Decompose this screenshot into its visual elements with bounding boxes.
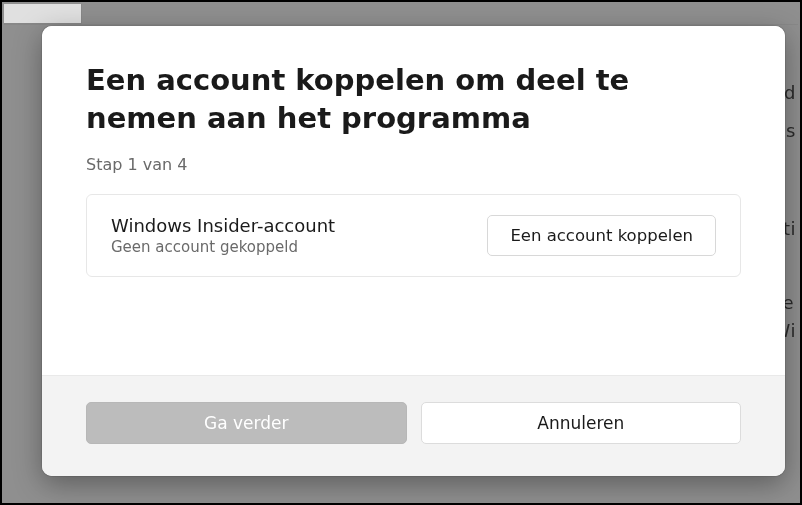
link-account-button[interactable]: Een account koppelen [487, 215, 716, 256]
cancel-button[interactable]: Annuleren [421, 402, 742, 444]
dialog-footer: Ga verder Annuleren [42, 375, 785, 476]
continue-button[interactable]: Ga verder [86, 402, 407, 444]
account-status: Geen account gekoppeld [111, 238, 335, 256]
background-tab [4, 4, 82, 24]
step-indicator: Stap 1 van 4 [86, 155, 741, 174]
dialog-title: Een account koppelen om deel te nemen aa… [86, 62, 741, 137]
account-label: Windows Insider-account [111, 215, 335, 236]
dialog-body: Een account koppelen om deel te nemen aa… [42, 26, 785, 375]
link-account-dialog: Een account koppelen om deel te nemen aa… [42, 26, 785, 476]
background-divider [4, 24, 798, 25]
account-card: Windows Insider-account Geen account gek… [86, 194, 741, 277]
account-info: Windows Insider-account Geen account gek… [111, 215, 335, 256]
